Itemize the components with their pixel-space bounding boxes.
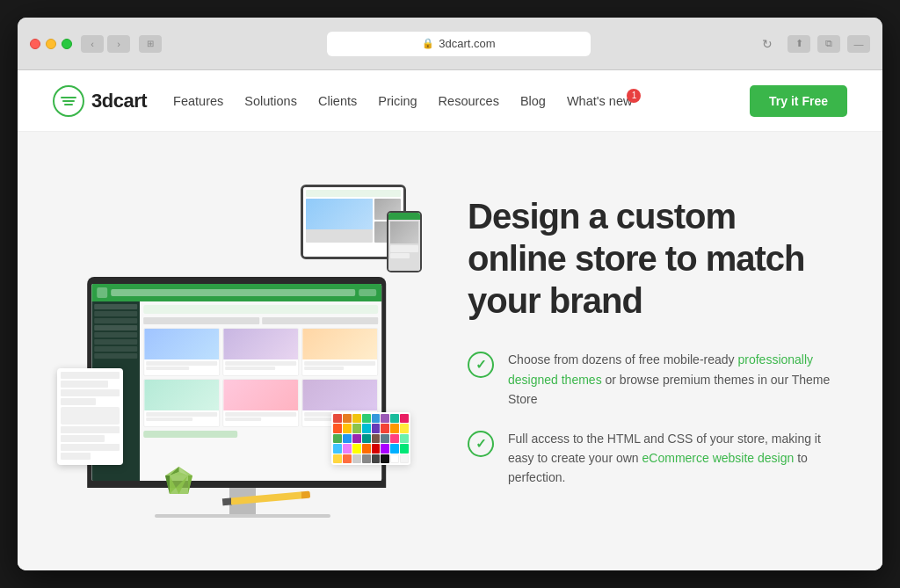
nav-pricing[interactable]: Pricing — [378, 94, 417, 108]
forward-button[interactable]: › — [107, 35, 130, 53]
feature-text-2: Full access to the HTML and CSS of your … — [508, 429, 838, 488]
logo-icon — [53, 85, 84, 117]
share-button[interactable]: ⬆ — [788, 35, 810, 53]
address-bar[interactable]: 🔒 3dcart.com — [327, 32, 591, 56]
feature-item-1: ✓ Choose from dozens of free mobile-read… — [468, 350, 838, 409]
fullscreen-button[interactable] — [62, 39, 72, 49]
svg-marker-4 — [188, 475, 192, 494]
check-circle-2: ✓ — [468, 431, 494, 457]
lock-icon: 🔒 — [422, 38, 434, 49]
try-it-free-button[interactable]: Try it Free — [750, 85, 847, 117]
hero-image-side — [18, 132, 450, 570]
nav-solutions[interactable]: Solutions — [244, 94, 297, 108]
browser-actions: ⬆ ⧉ — — [788, 35, 870, 53]
more-button[interactable]: — — [847, 35, 870, 53]
url-text: 3dcart.com — [439, 37, 495, 50]
nav-links: Features Solutions Clients Pricing Resou… — [173, 94, 732, 108]
checkmark-icon-1: ✓ — [475, 357, 487, 373]
hero-headline: Design a custom online store to match yo… — [468, 195, 838, 322]
page-content: 3dcart Features Solutions Clients Pricin… — [18, 70, 882, 570]
reload-button[interactable]: ↻ — [756, 35, 779, 53]
logo-area[interactable]: 3dcart — [53, 85, 147, 117]
nav-clients[interactable]: Clients — [318, 94, 357, 108]
browser-window: ‹ › ⊞ 🔒 3dcart.com ↻ ⬆ ⧉ — — [18, 18, 882, 570]
nav-features[interactable]: Features — [173, 94, 223, 108]
nav-blog[interactable]: Blog — [520, 94, 546, 108]
back-button[interactable]: ‹ — [81, 35, 104, 53]
address-bar-wrap: 🔒 3dcart.com — [171, 32, 747, 56]
nav-whats-new[interactable]: What's new — [567, 94, 633, 108]
hero-section: Design a custom online store to match yo… — [18, 132, 882, 570]
minimize-button[interactable] — [46, 39, 56, 49]
site-nav: 3dcart Features Solutions Clients Pricin… — [18, 70, 882, 132]
nav-resources[interactable]: Resources — [439, 94, 499, 108]
product-mockup — [44, 149, 441, 553]
new-tab-button[interactable]: ⧉ — [817, 35, 840, 53]
feature-link-2[interactable]: eCommerce website design — [642, 451, 795, 465]
notification-badge: 1 — [627, 89, 641, 103]
close-button[interactable] — [30, 39, 40, 49]
check-circle-1: ✓ — [468, 352, 494, 378]
tool-panel — [57, 368, 123, 465]
phone-frame — [387, 211, 422, 272]
feature-text-1: Choose from dozens of free mobile-ready … — [508, 350, 838, 409]
whats-new-wrap: What's new 1 — [567, 94, 633, 108]
feature-item-2: ✓ Full access to the HTML and CSS of you… — [468, 429, 838, 488]
color-palette — [331, 412, 410, 465]
gem-decoration — [163, 465, 194, 496]
traffic-lights — [30, 39, 72, 49]
monitor-base — [155, 514, 330, 518]
hero-text-side: Design a custom online store to match yo… — [450, 132, 882, 570]
screen-topbar — [91, 284, 381, 301]
phone-screen — [388, 213, 420, 271]
svg-marker-3 — [165, 475, 170, 494]
checkmark-icon-2: ✓ — [475, 436, 487, 452]
reading-mode-button[interactable]: ⊞ — [139, 35, 162, 53]
nav-buttons: ‹ › — [81, 35, 130, 53]
logo-text: 3dcart — [91, 90, 147, 113]
browser-chrome: ‹ › ⊞ 🔒 3dcart.com ↻ ⬆ ⧉ — — [18, 18, 882, 70]
